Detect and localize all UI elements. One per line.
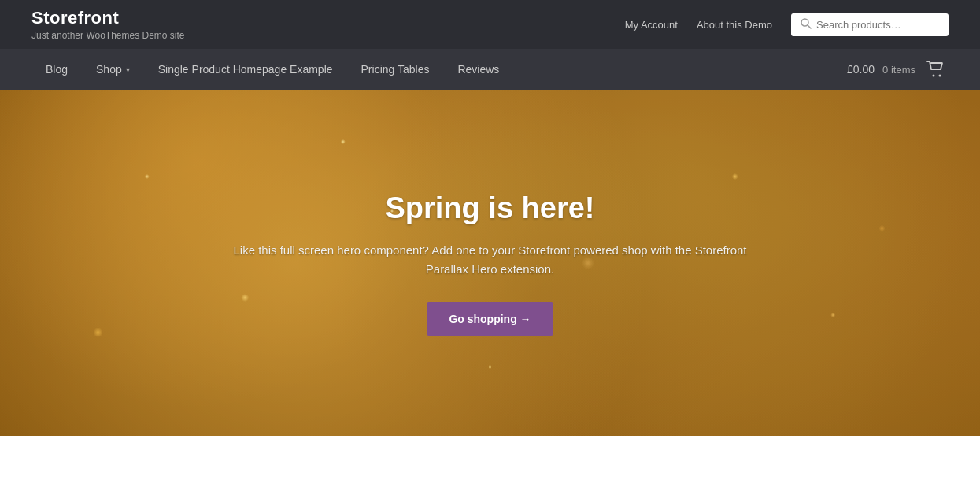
main-nav: Blog Shop ▾ Single Product Homepage Exam…	[0, 49, 980, 90]
nav-reviews[interactable]: Reviews	[443, 49, 513, 90]
brand-title[interactable]: Storefront	[31, 8, 185, 28]
my-account-link[interactable]: My Account	[625, 19, 678, 31]
hero-subtitle: Like this full screen hero component? Ad…	[231, 241, 750, 279]
search-box[interactable]	[791, 13, 949, 36]
chevron-down-icon: ▾	[126, 65, 130, 74]
go-shopping-button[interactable]: Go shopping →	[427, 302, 553, 336]
hero-title: Spring is here!	[231, 191, 750, 225]
hero-content: Spring is here! Like this full screen he…	[215, 176, 766, 351]
cart-icon	[923, 57, 949, 82]
top-bar: Storefront Just another WooThemes Demo s…	[0, 0, 980, 49]
cart-area[interactable]: £0.00 0 items	[847, 57, 949, 82]
nav-links: Blog Shop ▾ Single Product Homepage Exam…	[31, 49, 513, 90]
hero-section: Spring is here! Like this full screen he…	[0, 90, 980, 436]
cart-items-count: 0 items	[882, 64, 915, 76]
svg-point-3	[939, 75, 941, 77]
svg-line-1	[808, 25, 811, 28]
svg-point-2	[933, 75, 935, 77]
nav-single-product[interactable]: Single Product Homepage Example	[144, 49, 347, 90]
brand-area: Storefront Just another WooThemes Demo s…	[31, 8, 185, 41]
search-input[interactable]	[816, 19, 939, 31]
brand-tagline: Just another WooThemes Demo site	[31, 30, 185, 41]
cart-amount: £0.00	[847, 63, 875, 76]
top-right-area: My Account About this Demo	[625, 13, 949, 36]
search-icon	[801, 18, 812, 32]
nav-shop[interactable]: Shop ▾	[82, 49, 144, 90]
nav-pricing-tables[interactable]: Pricing Tables	[347, 49, 444, 90]
about-demo-link[interactable]: About this Demo	[697, 19, 772, 31]
nav-blog[interactable]: Blog	[31, 49, 82, 90]
